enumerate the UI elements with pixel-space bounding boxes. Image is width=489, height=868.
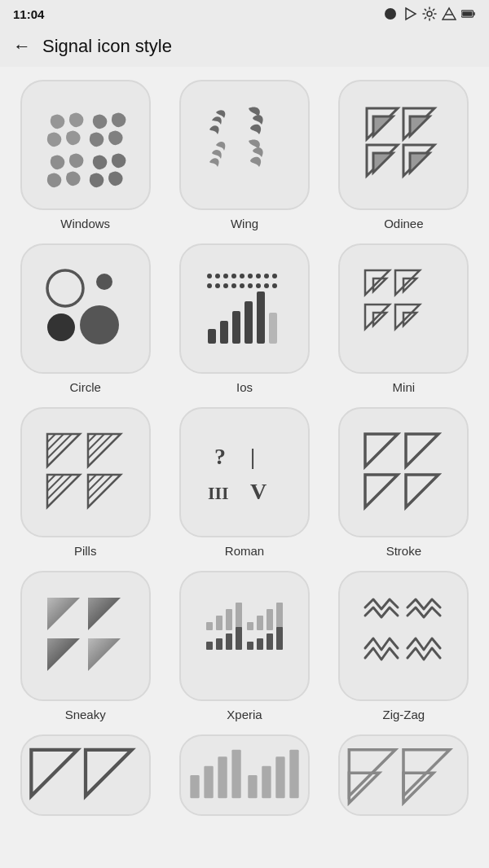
svg-marker-108 — [350, 773, 380, 803]
icon-cell-pills[interactable]: Pills — [11, 407, 159, 558]
svg-rect-90 — [226, 633, 232, 650]
icon-cell-mini[interactable]: Mini — [330, 243, 478, 394]
icon-box-odinee — [338, 80, 469, 210]
svg-point-2 — [427, 11, 432, 16]
partial-box-3 — [338, 734, 469, 816]
battery-icon — [461, 7, 476, 21]
svg-point-17 — [96, 274, 112, 290]
svg-line-53 — [47, 434, 55, 442]
svg-rect-39 — [220, 321, 228, 344]
partial-cell-1[interactable] — [11, 734, 159, 816]
svg-point-28 — [272, 274, 277, 278]
svg-rect-100 — [218, 756, 227, 798]
svg-rect-81 — [216, 616, 222, 630]
icon-cell-windows[interactable]: Windows — [11, 80, 159, 230]
svg-rect-103 — [262, 766, 271, 799]
icon-label-mini: Mini — [393, 380, 416, 394]
icon-box-xperia — [179, 571, 310, 701]
record-icon — [383, 7, 398, 21]
partial-cell-2[interactable] — [170, 734, 318, 816]
svg-marker-79 — [88, 638, 121, 671]
svg-marker-78 — [47, 638, 80, 671]
icon-cell-ios[interactable]: Ios — [170, 243, 318, 394]
svg-rect-88 — [206, 642, 213, 650]
svg-rect-85 — [257, 616, 263, 630]
svg-text:V: V — [250, 479, 267, 504]
play-icon — [403, 7, 417, 21]
svg-rect-104 — [275, 756, 284, 798]
icon-label-roman: Roman — [225, 544, 264, 558]
svg-point-30 — [215, 283, 220, 288]
icon-grid: Windows — [0, 67, 489, 734]
icon-label-pills: Pills — [74, 544, 97, 558]
svg-rect-43 — [269, 313, 277, 344]
page-title: Signal icon style — [42, 36, 172, 57]
svg-line-62 — [47, 475, 64, 491]
svg-marker-45 — [395, 270, 420, 295]
icon-box-zigzag — [338, 571, 469, 701]
icon-cell-odinee[interactable]: Odinee — [330, 80, 478, 230]
svg-rect-41 — [244, 301, 253, 344]
icon-box-wing — [179, 80, 310, 210]
svg-point-37 — [272, 283, 277, 288]
svg-rect-92 — [247, 642, 253, 650]
svg-point-29 — [207, 283, 212, 288]
svg-rect-40 — [232, 311, 240, 344]
status-time: 11:04 — [13, 7, 44, 21]
svg-marker-56 — [88, 434, 121, 467]
icon-cell-roman[interactable]: ? | III V Roman — [170, 407, 318, 558]
svg-rect-94 — [267, 633, 273, 650]
svg-rect-38 — [208, 329, 216, 344]
svg-marker-73 — [406, 434, 438, 467]
icon-cell-sneaky[interactable]: Sneaky — [11, 571, 159, 721]
svg-point-16 — [47, 270, 83, 306]
back-button[interactable]: ← — [13, 36, 31, 57]
icon-box-windows — [20, 80, 151, 210]
svg-marker-1 — [406, 8, 416, 20]
icon-label-odinee: Odinee — [384, 217, 423, 230]
svg-marker-10 — [373, 116, 393, 136]
svg-marker-47 — [395, 305, 420, 329]
icon-cell-zigzag[interactable]: Zig-Zag — [330, 571, 478, 721]
svg-point-33 — [240, 283, 244, 288]
svg-line-54 — [47, 434, 64, 450]
icon-box-roman: ? | III V — [179, 407, 310, 537]
svg-point-35 — [256, 283, 261, 288]
svg-rect-91 — [236, 627, 242, 650]
svg-marker-74 — [365, 475, 398, 507]
svg-rect-83 — [236, 603, 242, 630]
icon-label-wing: Wing — [231, 217, 258, 230]
icon-cell-wing[interactable]: Wing — [170, 80, 318, 230]
svg-rect-7 — [462, 11, 472, 16]
svg-point-32 — [231, 283, 236, 288]
svg-point-31 — [223, 283, 228, 288]
icon-label-sneaky: Sneaky — [65, 708, 106, 721]
svg-rect-6 — [474, 12, 475, 15]
svg-line-61 — [47, 475, 55, 483]
svg-rect-80 — [206, 622, 213, 630]
svg-rect-99 — [204, 766, 213, 799]
icon-cell-circle[interactable]: Circle — [11, 243, 159, 394]
svg-point-25 — [248, 274, 253, 278]
svg-rect-87 — [276, 603, 283, 630]
svg-point-0 — [385, 8, 396, 20]
icon-cell-xperia[interactable]: Xperia — [170, 571, 318, 721]
svg-rect-82 — [226, 609, 232, 630]
svg-rect-101 — [231, 750, 240, 799]
icon-box-mini — [338, 243, 469, 374]
icon-cell-stroke[interactable]: Stroke — [330, 407, 478, 558]
svg-point-36 — [264, 283, 269, 288]
svg-point-27 — [264, 274, 269, 278]
settings-icon — [422, 7, 437, 21]
svg-line-66 — [88, 475, 104, 491]
svg-rect-42 — [257, 292, 265, 344]
svg-rect-89 — [216, 638, 222, 650]
svg-marker-15 — [410, 153, 430, 173]
svg-marker-109 — [403, 773, 434, 803]
partial-cell-3[interactable] — [330, 734, 478, 816]
svg-marker-97 — [86, 750, 132, 796]
svg-point-24 — [240, 274, 244, 278]
icon-label-xperia: Xperia — [227, 708, 262, 721]
svg-point-26 — [256, 274, 261, 278]
svg-marker-52 — [47, 434, 80, 467]
